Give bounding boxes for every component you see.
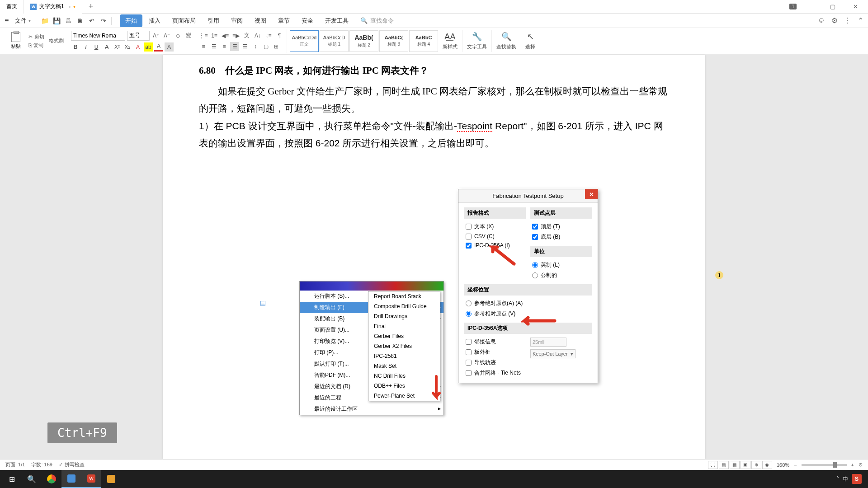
save-icon[interactable]: 💾 xyxy=(52,17,61,25)
app1-icon[interactable] xyxy=(61,470,81,488)
tab-page-layout[interactable]: 页面布局 xyxy=(167,14,201,27)
checkbox-text[interactable]: 文本 (X) xyxy=(464,221,526,232)
tab-window-icon[interactable]: ▫ xyxy=(69,4,71,10)
web-layout-icon[interactable]: ⊕ xyxy=(751,461,761,469)
radio-imperial[interactable]: 英制 (L) xyxy=(530,260,592,270)
new-tab-button[interactable]: + xyxy=(82,2,100,11)
hamburger-icon[interactable]: ≡ xyxy=(5,17,9,25)
bold-icon[interactable]: B xyxy=(71,42,80,52)
tray-chevron-icon[interactable]: ˄ xyxy=(836,476,839,482)
align-justify-icon[interactable]: ☰ xyxy=(230,42,239,51)
sort-icon[interactable]: A↓ xyxy=(253,31,262,40)
increase-font-icon[interactable]: A⁺ xyxy=(151,31,160,40)
chrome-icon[interactable] xyxy=(42,470,61,488)
style-heading4[interactable]: AaBbC标题 4 xyxy=(409,30,438,52)
redo-icon[interactable]: ↷ xyxy=(99,17,108,25)
checkbox-trace[interactable]: 导线轨迹 xyxy=(464,357,526,368)
menu-recent-workspaces[interactable]: 最近的设计工作区▸ xyxy=(300,404,443,415)
increase-indent-icon[interactable]: ≡▶ xyxy=(231,31,241,40)
tab-start[interactable]: 开始 xyxy=(120,14,142,27)
font-size-select[interactable] xyxy=(127,31,150,41)
close-window-button[interactable]: ✕ xyxy=(846,0,864,14)
submenu-mask-set[interactable]: Mask Set xyxy=(368,361,440,371)
fullscreen-view-icon[interactable]: ⛶ xyxy=(708,461,718,469)
checkbox-input[interactable] xyxy=(466,224,472,230)
radio-input[interactable] xyxy=(532,262,538,268)
spell-check-status[interactable]: ✓拼写检查 xyxy=(59,461,85,468)
checkbox-input[interactable] xyxy=(466,234,472,239)
numbering-icon[interactable]: 1≡ xyxy=(210,31,219,40)
radio-input[interactable] xyxy=(466,300,472,306)
checkbox-outline[interactable]: 板外框 xyxy=(464,347,526,357)
adjacency-distance-input[interactable] xyxy=(530,338,566,347)
tab-review[interactable]: 审阅 xyxy=(226,14,248,27)
dialog-close-button[interactable]: ✕ xyxy=(585,189,598,199)
text-direction-icon[interactable]: 文 xyxy=(242,31,251,40)
submenu-drill-drawings[interactable]: Drill Drawings xyxy=(368,311,440,321)
zoom-slider[interactable] xyxy=(802,464,847,466)
search-button[interactable]: 🔍 xyxy=(22,470,42,488)
more-icon[interactable]: ⋮ xyxy=(844,16,851,25)
submenu-gerber[interactable]: Gerber Files xyxy=(368,331,440,341)
checkbox-input[interactable] xyxy=(532,224,538,230)
tab-dev-tools[interactable]: 开发工具 xyxy=(320,14,354,27)
submenu-composite-drill[interactable]: Composite Drill Guide xyxy=(368,301,440,311)
collapse-ribbon-icon[interactable]: ⌃ xyxy=(858,16,863,25)
clear-format-icon[interactable]: ◇ xyxy=(173,31,182,40)
format-painter-button[interactable]: 格式刷 xyxy=(47,37,65,45)
underline-icon[interactable]: U xyxy=(92,42,101,52)
print-preview-icon[interactable]: 🗎 xyxy=(76,17,84,25)
app3-icon[interactable] xyxy=(101,470,121,488)
checkbox-merge-nets[interactable]: 合并网络 - Tie Nets xyxy=(464,368,526,378)
font-color-icon[interactable]: A xyxy=(154,42,163,52)
settings-icon[interactable]: ⚙ xyxy=(831,16,838,25)
tab-insert[interactable]: 插入 xyxy=(143,14,166,27)
fit-page-icon[interactable]: ⊙ xyxy=(859,462,863,468)
shading-icon[interactable]: ▢ xyxy=(261,42,270,51)
feedback-icon[interactable]: ☺ xyxy=(818,16,825,25)
word-count[interactable]: 字数: 169 xyxy=(31,461,52,468)
checkbox-input[interactable] xyxy=(532,234,538,240)
dialog-titlebar[interactable]: Fabrication Testpoint Setup ✕ xyxy=(458,189,598,203)
checkbox-input[interactable] xyxy=(466,349,472,355)
find-replace-button[interactable]: 🔍查找替换 xyxy=(492,30,521,52)
ime-icon[interactable]: S xyxy=(852,474,862,484)
style-normal[interactable]: AaBbCcDd正文 xyxy=(290,30,319,52)
wps-icon[interactable]: W xyxy=(81,470,101,488)
paste-button[interactable]: 粘贴 xyxy=(7,30,24,52)
show-marks-icon[interactable]: ¶ xyxy=(275,31,284,40)
command-search[interactable]: 🔍 查找命令 xyxy=(360,17,394,25)
highlight-icon[interactable]: ab xyxy=(144,42,153,52)
checkbox-adjacency[interactable]: 邻接信息 xyxy=(464,337,526,347)
maximize-button[interactable]: ▢ xyxy=(824,0,842,14)
tab-security[interactable]: 安全 xyxy=(296,14,319,27)
submenu-gerber-x2[interactable]: Gerber X2 Files xyxy=(368,341,440,351)
minimize-button[interactable]: — xyxy=(801,0,819,14)
start-button[interactable]: ⊞ xyxy=(2,470,22,488)
checkbox-csv[interactable]: CSV (C) xyxy=(464,232,526,241)
decrease-indent-icon[interactable]: ◀≡ xyxy=(221,31,230,40)
eye-protect-icon[interactable]: ◉ xyxy=(762,461,772,469)
document-tab[interactable]: W 文字文稿1 ▫ • xyxy=(24,0,82,14)
text-tool-button[interactable]: 🔧文字工具 xyxy=(462,30,491,52)
style-heading3[interactable]: AaBbC(标题 3 xyxy=(379,30,408,52)
file-menu[interactable]: 文件▾ xyxy=(12,15,33,27)
align-right-icon[interactable]: ≡ xyxy=(220,42,229,51)
checkbox-input[interactable] xyxy=(466,243,472,249)
paragraph-spacing-icon[interactable]: ↕ xyxy=(251,42,260,51)
cut-button[interactable]: ✂剪切 xyxy=(27,33,46,41)
font-name-select[interactable] xyxy=(71,31,125,41)
checkbox-bottom[interactable]: 底层 (B) xyxy=(530,232,592,242)
radio-input[interactable] xyxy=(532,272,538,278)
radio-relative[interactable]: 参考相对原点 (V) xyxy=(464,309,592,319)
checkbox-ipc[interactable]: IPC-D-356A (I) xyxy=(464,241,526,250)
align-center-icon[interactable]: ☰ xyxy=(209,42,218,51)
zoom-in-button[interactable]: + xyxy=(851,462,854,468)
submenu-report-board-stack[interactable]: Report Board Stack xyxy=(368,291,440,301)
bullets-icon[interactable]: ⋮≡ xyxy=(199,31,208,40)
zoom-level[interactable]: 160% xyxy=(777,462,789,468)
home-tab[interactable]: 首页 xyxy=(0,0,24,14)
align-left-icon[interactable]: ≡ xyxy=(199,42,208,51)
checkbox-input[interactable] xyxy=(466,360,472,366)
italic-icon[interactable]: I xyxy=(81,42,90,52)
